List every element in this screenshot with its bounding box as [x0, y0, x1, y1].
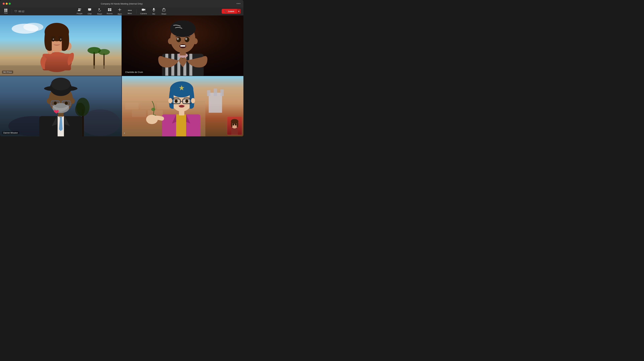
apps-button[interactable]: Apps — [115, 7, 124, 16]
svg-point-22 — [98, 49, 110, 55]
leave-phone-icon: 📞 — [224, 10, 227, 12]
react-button[interactable]: React — [95, 7, 104, 16]
svg-rect-12 — [153, 8, 154, 10]
toolbar-right: 📞 Leave ▾ — [168, 9, 241, 14]
svg-rect-3 — [110, 8, 111, 10]
svg-point-120 — [235, 124, 236, 126]
traffic-lights — [3, 3, 11, 5]
camera-icon — [142, 8, 146, 12]
shield-icon: 🛡 — [14, 10, 17, 13]
mini-thumbnail — [227, 117, 242, 135]
svg-rect-85 — [132, 110, 146, 117]
more-icon — [128, 8, 132, 12]
chat-button[interactable]: Chat — [85, 7, 94, 16]
svg-point-91 — [151, 108, 155, 111]
people-icon — [78, 8, 82, 12]
svg-rect-90 — [220, 90, 224, 96]
video-tile-darren: ❤ Darren Mouton — [0, 76, 122, 136]
close-button[interactable] — [3, 3, 5, 5]
video-tile-mj: MJ Price — [0, 16, 122, 76]
svg-point-47 — [193, 38, 198, 44]
leave-chevron-button[interactable]: ▾ — [237, 9, 241, 14]
participant-name-charlotte: Charlotte de Crum — [124, 70, 144, 74]
leave-button[interactable]: 📞 Leave — [222, 9, 237, 14]
maximize-button[interactable] — [9, 3, 11, 5]
meeting-timer: 00:12 — [18, 10, 24, 13]
titlebar: Company All Hands Meeting (Internal Only… — [0, 0, 244, 7]
leave-label: Leave — [228, 10, 234, 12]
more-options-icon[interactable]: ••• — [236, 2, 241, 6]
svg-point-76 — [70, 98, 75, 104]
svg-point-33 — [53, 38, 54, 40]
camera-button[interactable]: Camera — [138, 8, 148, 15]
titlebar-right: ••• — [236, 2, 241, 6]
video-tile-charlotte: Charlotte de Crum — [122, 16, 244, 76]
svg-rect-11 — [142, 9, 144, 11]
more-button[interactable]: More — [125, 8, 134, 15]
security-timer: 🛡 00:12 — [14, 10, 24, 13]
react-icon — [98, 8, 102, 12]
svg-rect-88 — [207, 90, 210, 96]
people-button[interactable]: People — [75, 8, 84, 15]
share-label: Share — [161, 13, 166, 15]
grid-view-icon — [4, 9, 7, 12]
svg-rect-2 — [108, 8, 110, 10]
view-label: View — [4, 12, 8, 14]
apps-label: Apps — [118, 13, 122, 15]
camera-label: Camera — [140, 12, 147, 14]
video-tile-blue: z — [122, 76, 244, 136]
chat-icon — [88, 8, 92, 12]
svg-point-46 — [168, 38, 173, 44]
svg-point-18 — [24, 23, 44, 31]
svg-point-111 — [179, 105, 184, 108]
svg-rect-82 — [125, 103, 138, 110]
svg-point-66 — [51, 78, 70, 90]
svg-point-9 — [129, 10, 130, 11]
svg-point-10 — [130, 10, 132, 11]
mic-button[interactable]: Mic — [149, 7, 158, 16]
minimize-button[interactable] — [6, 3, 8, 5]
rooms-icon — [108, 8, 112, 12]
participant-name-darren: Darren Mouton — [2, 131, 19, 134]
svg-rect-26 — [43, 54, 71, 70]
svg-text:❤: ❤ — [54, 108, 59, 116]
svg-point-51 — [185, 38, 187, 40]
react-label: React — [97, 13, 102, 15]
toolbar-center: People Chat React — [75, 7, 168, 16]
svg-point-1 — [80, 8, 81, 10]
meeting-title: Company All Hands Meeting (Internal Only… — [101, 2, 142, 5]
svg-point-77 — [54, 102, 57, 105]
apps-icon — [118, 8, 122, 12]
svg-point-45 — [170, 20, 196, 37]
participant-name-blue: z — [124, 132, 125, 134]
svg-rect-100 — [172, 88, 192, 94]
toolbar-left: View 🛡 00:12 — [3, 8, 75, 14]
share-button[interactable]: Share — [159, 7, 168, 16]
svg-point-75 — [47, 98, 51, 104]
svg-point-112 — [168, 98, 172, 104]
video-grid: MJ Price — [0, 16, 244, 136]
rooms-button[interactable]: Rooms — [105, 8, 114, 15]
svg-rect-5 — [110, 10, 111, 11]
svg-point-59 — [75, 103, 85, 116]
svg-point-0 — [78, 8, 80, 10]
rooms-label: Rooms — [107, 12, 113, 14]
more-label: More — [128, 12, 132, 14]
mic-icon — [152, 8, 155, 12]
svg-point-119 — [232, 124, 234, 126]
leave-button-group: 📞 Leave ▾ — [222, 9, 241, 14]
svg-point-109 — [175, 100, 178, 103]
svg-point-50 — [177, 38, 179, 40]
svg-point-78 — [65, 102, 68, 105]
svg-rect-89 — [214, 88, 217, 96]
svg-rect-4 — [108, 10, 110, 11]
people-label: People — [77, 12, 82, 14]
view-button[interactable]: View — [3, 8, 9, 14]
svg-point-113 — [191, 98, 195, 104]
titlebar-left — [3, 3, 11, 5]
mic-label: Mic — [152, 13, 155, 15]
svg-rect-94 — [176, 114, 186, 136]
svg-point-8 — [128, 10, 129, 11]
svg-rect-53 — [180, 45, 186, 47]
share-icon — [162, 8, 165, 12]
